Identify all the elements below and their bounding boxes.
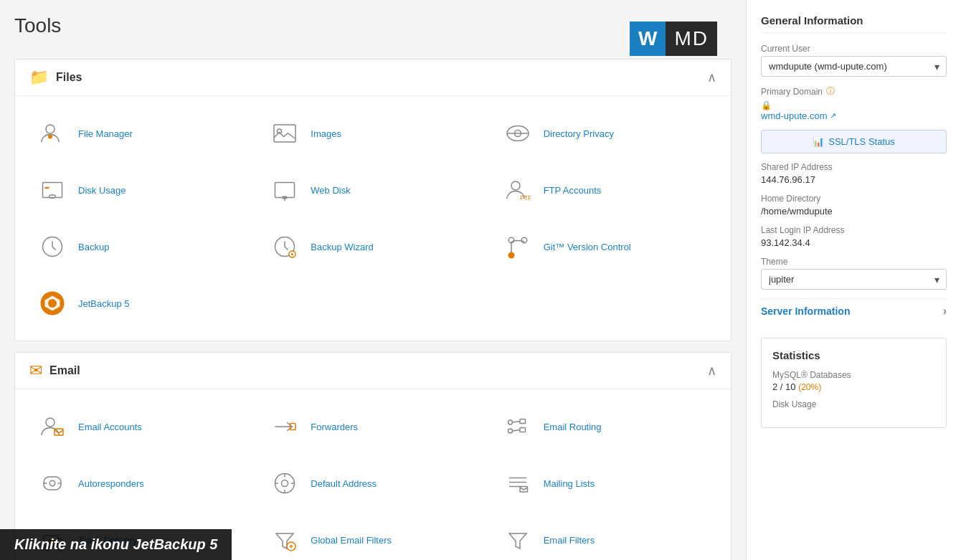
- server-info-label: Server Information: [761, 305, 850, 317]
- email-accounts-item[interactable]: Email Accounts: [29, 404, 251, 450]
- ssl-tls-button[interactable]: 📊 SSL/TLS Status: [761, 130, 947, 153]
- server-info-row[interactable]: Server Information ›: [761, 298, 947, 323]
- last-login-value: 93.142.34.4: [761, 237, 947, 248]
- primary-domain-value: 🔒 wmd-upute.com ↗: [761, 100, 947, 121]
- theme-row: Theme jupiter: [761, 257, 947, 290]
- autoresponders-item[interactable]: Autoresponders: [29, 460, 251, 506]
- global-email-filters-item[interactable]: Global Email Filters: [262, 517, 483, 560]
- external-link-icon: ↗: [830, 111, 836, 120]
- files-section-title: Files: [56, 71, 82, 84]
- mailing-lists-item[interactable]: Mailing Lists: [495, 460, 716, 506]
- directory-privacy-item[interactable]: Directory Privacy: [495, 110, 716, 156]
- chart-icon: 📊: [813, 136, 824, 147]
- default-address-label: Default Address: [311, 478, 377, 489]
- ssl-tls-row: 📊 SSL/TLS Status: [761, 130, 947, 153]
- jetbackup5-label: JetBackup 5: [78, 298, 130, 309]
- shared-ip-row: Shared IP Address 144.76.96.17: [761, 162, 947, 185]
- default-address-icon: [268, 466, 302, 500]
- mailing-lists-icon: [501, 466, 535, 500]
- logo-w: W: [630, 22, 666, 56]
- disk-usage-item[interactable]: Disk Usage: [29, 167, 251, 213]
- stats-title: Statistics: [772, 349, 935, 361]
- svg-rect-2: [274, 125, 295, 142]
- file-manager-item[interactable]: File Manager: [29, 110, 251, 156]
- email-accounts-label: Email Accounts: [78, 422, 142, 432]
- bottom-banner: Kliknite na ikonu JetBackup 5: [0, 529, 232, 560]
- backup-icon: [35, 229, 70, 264]
- directory-privacy-label: Directory Privacy: [544, 128, 614, 139]
- git-version-control-item[interactable]: Git™ Version Control: [495, 224, 716, 270]
- mailing-lists-label: Mailing Lists: [544, 478, 595, 489]
- disk-usage-label: Disk Usage: [772, 399, 935, 409]
- lock-icon: 🔒: [761, 100, 772, 110]
- email-filters-item[interactable]: Email Filters: [495, 517, 716, 560]
- backup-item[interactable]: Backup: [29, 224, 251, 270]
- home-dir-label: Home Directory: [761, 194, 947, 204]
- backup-label: Backup: [78, 242, 109, 252]
- home-dir-value: /home/wmdupute: [761, 206, 947, 217]
- directory-privacy-icon: [501, 116, 535, 151]
- primary-domain-info-icon[interactable]: ⓘ: [826, 85, 835, 98]
- autoresponders-label: Autoresponders: [78, 478, 144, 489]
- images-icon: [268, 116, 302, 151]
- disk-usage-stat-row: Disk Usage: [772, 399, 935, 409]
- files-collapse-icon[interactable]: ∧: [707, 70, 716, 85]
- logo: W MD: [630, 22, 717, 56]
- home-dir-row: Home Directory /home/wmdupute: [761, 194, 947, 217]
- default-address-item[interactable]: Default Address: [262, 460, 483, 506]
- current-user-row: Current User wmdupute (wmd-upute.com): [761, 44, 947, 77]
- svg-point-19: [508, 252, 514, 258]
- file-manager-label: File Manager: [78, 128, 133, 139]
- email-accounts-icon: [35, 409, 70, 444]
- git-label: Git™ Version Control: [544, 242, 631, 252]
- statistics-section: Statistics MySQL® Databases 2 / 10 (20%)…: [761, 338, 947, 428]
- sidebar: General Information Current User wmduput…: [746, 0, 961, 560]
- general-info-title: General Information: [761, 14, 947, 33]
- svg-point-0: [46, 125, 55, 133]
- git-icon: [501, 229, 535, 264]
- primary-domain-link[interactable]: wmd-upute.com ↗: [761, 110, 947, 121]
- email-section-title: Email: [49, 364, 80, 377]
- files-section-header[interactable]: 📁 Files ∧: [15, 60, 731, 96]
- primary-domain-label: Primary Domain ⓘ: [761, 85, 947, 98]
- current-user-select[interactable]: wmdupute (wmd-upute.com): [761, 56, 947, 77]
- svg-point-1: [49, 135, 52, 138]
- primary-domain-row: Primary Domain ⓘ 🔒 wmd-upute.com ↗: [761, 85, 947, 121]
- theme-select[interactable]: jupiter: [761, 269, 947, 290]
- svg-point-8: [49, 195, 56, 199]
- disk-usage-icon: [35, 173, 70, 207]
- images-item[interactable]: Images: [262, 110, 483, 156]
- email-section-header[interactable]: ✉ Email ∧: [15, 353, 731, 389]
- ftp-accounts-item[interactable]: FTP FTP Accounts: [495, 167, 716, 213]
- general-info-section: General Information Current User wmduput…: [761, 14, 947, 323]
- web-disk-item[interactable]: Web Disk: [262, 167, 483, 213]
- backup-wizard-label: Backup Wizard: [311, 242, 373, 252]
- mysql-stat-row: MySQL® Databases 2 / 10 (20%): [772, 370, 935, 392]
- ftp-accounts-icon: FTP: [501, 173, 535, 207]
- svg-line-31: [512, 430, 520, 432]
- shared-ip-label: Shared IP Address: [761, 162, 947, 172]
- email-section-icon: ✉: [29, 361, 42, 380]
- files-section-header-left: 📁 Files: [29, 68, 82, 87]
- backup-wizard-item[interactable]: Backup Wizard: [262, 224, 483, 270]
- last-login-label: Last Login IP Address: [761, 225, 947, 235]
- mysql-percent: (20%): [798, 382, 821, 392]
- jetbackup5-item[interactable]: JetBackup 5: [29, 280, 251, 326]
- forwarders-item[interactable]: Forwarders: [262, 404, 483, 450]
- logo-md: MD: [666, 22, 717, 56]
- theme-label: Theme: [761, 257, 947, 267]
- email-filters-icon: [501, 523, 535, 557]
- svg-rect-9: [275, 183, 295, 198]
- svg-text:FTP: FTP: [520, 194, 531, 201]
- email-routing-label: Email Routing: [544, 422, 602, 432]
- current-user-select-wrapper: wmdupute (wmd-upute.com): [761, 56, 947, 77]
- disk-usage-label: Disk Usage: [78, 185, 126, 196]
- jetbackup-icon: [35, 286, 70, 321]
- web-disk-icon: [268, 173, 302, 207]
- email-routing-item[interactable]: Email Routing: [495, 404, 716, 450]
- email-collapse-icon[interactable]: ∧: [707, 363, 716, 379]
- theme-select-wrapper: jupiter: [761, 269, 947, 290]
- svg-point-12: [511, 181, 520, 190]
- svg-rect-29: [520, 428, 526, 432]
- email-filters-label: Email Filters: [544, 535, 595, 546]
